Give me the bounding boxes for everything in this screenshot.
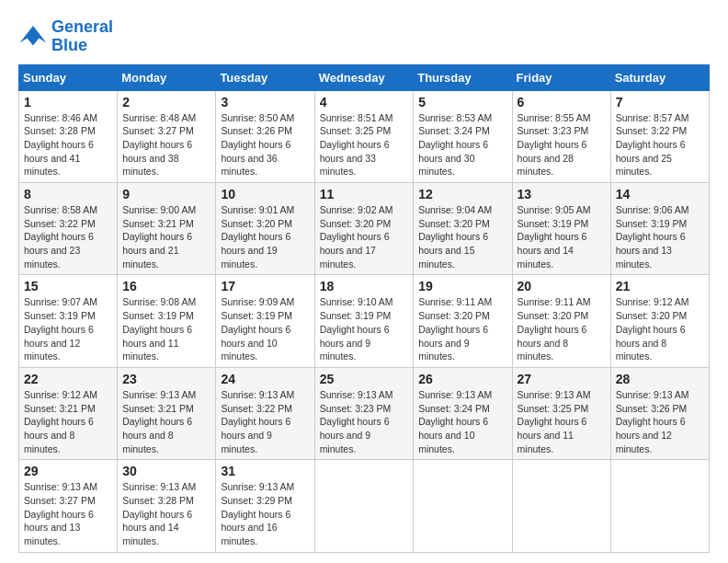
- logo-text: General Blue: [51, 18, 113, 55]
- day-number: 8: [24, 187, 112, 201]
- day-cell-26: 26 Sunrise: 9:13 AM Sunset: 3:24 PM Dayl…: [414, 367, 512, 459]
- day-cell-23: 23 Sunrise: 9:13 AM Sunset: 3:21 PM Dayl…: [118, 367, 216, 459]
- calendar-week-1: 1 Sunrise: 8:46 AM Sunset: 3:28 PM Dayli…: [19, 90, 710, 182]
- day-info: Sunrise: 9:01 AM Sunset: 3:20 PM Dayligh…: [221, 203, 309, 270]
- day-number: 9: [122, 187, 210, 201]
- day-number: 26: [418, 372, 506, 386]
- calendar: SundayMondayTuesdayWednesdayThursdayFrid…: [18, 64, 710, 553]
- day-number: 24: [221, 372, 309, 386]
- day-info: Sunrise: 9:13 AM Sunset: 3:27 PM Dayligh…: [24, 480, 112, 547]
- day-number: 23: [122, 372, 210, 386]
- day-cell-9: 9 Sunrise: 9:00 AM Sunset: 3:21 PM Dayli…: [118, 183, 216, 275]
- day-cell-5: 5 Sunrise: 8:53 AM Sunset: 3:24 PM Dayli…: [414, 90, 512, 182]
- logo-icon: [18, 22, 48, 52]
- day-info: Sunrise: 8:51 AM Sunset: 3:25 PM Dayligh…: [320, 111, 409, 178]
- day-cell-22: 22 Sunrise: 9:12 AM Sunset: 3:21 PM Dayl…: [19, 367, 118, 459]
- day-info: Sunrise: 9:02 AM Sunset: 3:20 PM Dayligh…: [320, 203, 409, 270]
- day-cell-24: 24 Sunrise: 9:13 AM Sunset: 3:22 PM Dayl…: [216, 367, 314, 459]
- day-info: Sunrise: 9:08 AM Sunset: 3:19 PM Dayligh…: [122, 295, 210, 362]
- svg-marker-0: [20, 26, 47, 46]
- day-cell-17: 17 Sunrise: 9:09 AM Sunset: 3:19 PM Dayl…: [216, 275, 314, 367]
- day-info: Sunrise: 9:00 AM Sunset: 3:21 PM Dayligh…: [122, 203, 210, 270]
- day-number: 5: [418, 95, 506, 109]
- day-cell-14: 14 Sunrise: 9:06 AM Sunset: 3:19 PM Dayl…: [610, 183, 709, 275]
- day-info: Sunrise: 9:04 AM Sunset: 3:20 PM Dayligh…: [418, 203, 506, 270]
- calendar-week-2: 8 Sunrise: 8:58 AM Sunset: 3:22 PM Dayli…: [19, 183, 710, 275]
- day-cell-28: 28 Sunrise: 9:13 AM Sunset: 3:26 PM Dayl…: [610, 367, 709, 459]
- day-info: Sunrise: 9:13 AM Sunset: 3:24 PM Dayligh…: [418, 388, 506, 455]
- day-number: 18: [320, 279, 409, 293]
- day-info: Sunrise: 8:53 AM Sunset: 3:24 PM Dayligh…: [418, 111, 506, 178]
- day-info: Sunrise: 9:13 AM Sunset: 3:21 PM Dayligh…: [122, 388, 210, 455]
- day-cell-2: 2 Sunrise: 8:48 AM Sunset: 3:27 PM Dayli…: [118, 90, 216, 182]
- day-cell-8: 8 Sunrise: 8:58 AM Sunset: 3:22 PM Dayli…: [19, 183, 118, 275]
- day-info: Sunrise: 9:12 AM Sunset: 3:20 PM Dayligh…: [616, 295, 704, 362]
- day-cell-19: 19 Sunrise: 9:11 AM Sunset: 3:20 PM Dayl…: [414, 275, 512, 367]
- calendar-col-sunday: Sunday: [19, 64, 118, 90]
- calendar-col-monday: Monday: [118, 64, 216, 90]
- calendar-col-friday: Friday: [512, 64, 610, 90]
- day-cell-11: 11 Sunrise: 9:02 AM Sunset: 3:20 PM Dayl…: [314, 183, 414, 275]
- page-header: General Blue: [18, 18, 710, 55]
- day-number: 31: [221, 464, 309, 478]
- day-info: Sunrise: 9:07 AM Sunset: 3:19 PM Dayligh…: [24, 295, 112, 362]
- day-cell-3: 3 Sunrise: 8:50 AM Sunset: 3:26 PM Dayli…: [216, 90, 314, 182]
- day-number: 22: [24, 372, 112, 386]
- day-info: Sunrise: 9:10 AM Sunset: 3:19 PM Dayligh…: [320, 295, 409, 362]
- calendar-col-thursday: Thursday: [414, 64, 512, 90]
- day-cell-18: 18 Sunrise: 9:10 AM Sunset: 3:19 PM Dayl…: [314, 275, 414, 367]
- day-number: 2: [122, 95, 210, 109]
- day-info: Sunrise: 8:48 AM Sunset: 3:27 PM Dayligh…: [122, 111, 210, 178]
- day-number: 1: [24, 95, 112, 109]
- day-number: 27: [518, 372, 606, 386]
- day-number: 13: [518, 187, 606, 201]
- day-cell-4: 4 Sunrise: 8:51 AM Sunset: 3:25 PM Dayli…: [314, 90, 414, 182]
- empty-cell: [512, 460, 610, 552]
- day-info: Sunrise: 8:58 AM Sunset: 3:22 PM Dayligh…: [24, 203, 112, 270]
- day-number: 11: [320, 187, 409, 201]
- day-cell-15: 15 Sunrise: 9:07 AM Sunset: 3:19 PM Dayl…: [19, 275, 118, 367]
- day-number: 30: [122, 464, 210, 478]
- day-info: Sunrise: 9:13 AM Sunset: 3:25 PM Dayligh…: [518, 388, 606, 455]
- day-cell-7: 7 Sunrise: 8:57 AM Sunset: 3:22 PM Dayli…: [610, 90, 709, 182]
- day-number: 16: [122, 279, 210, 293]
- calendar-col-saturday: Saturday: [610, 64, 709, 90]
- day-number: 10: [221, 187, 309, 201]
- day-info: Sunrise: 9:06 AM Sunset: 3:19 PM Dayligh…: [616, 203, 704, 270]
- day-cell-10: 10 Sunrise: 9:01 AM Sunset: 3:20 PM Dayl…: [216, 183, 314, 275]
- day-cell-16: 16 Sunrise: 9:08 AM Sunset: 3:19 PM Dayl…: [118, 275, 216, 367]
- day-cell-29: 29 Sunrise: 9:13 AM Sunset: 3:27 PM Dayl…: [19, 460, 118, 552]
- day-number: 28: [616, 372, 704, 386]
- day-cell-13: 13 Sunrise: 9:05 AM Sunset: 3:19 PM Dayl…: [512, 183, 610, 275]
- day-info: Sunrise: 8:57 AM Sunset: 3:22 PM Dayligh…: [616, 111, 704, 178]
- day-info: Sunrise: 8:55 AM Sunset: 3:23 PM Dayligh…: [518, 111, 606, 178]
- day-number: 15: [24, 279, 112, 293]
- day-info: Sunrise: 8:46 AM Sunset: 3:28 PM Dayligh…: [24, 111, 112, 178]
- day-info: Sunrise: 9:09 AM Sunset: 3:19 PM Dayligh…: [221, 295, 309, 362]
- day-info: Sunrise: 9:13 AM Sunset: 3:28 PM Dayligh…: [122, 480, 210, 547]
- empty-cell: [610, 460, 709, 552]
- day-number: 29: [24, 464, 112, 478]
- day-number: 4: [320, 95, 409, 109]
- day-number: 3: [221, 95, 309, 109]
- day-cell-27: 27 Sunrise: 9:13 AM Sunset: 3:25 PM Dayl…: [512, 367, 610, 459]
- day-number: 7: [616, 95, 704, 109]
- day-number: 25: [320, 372, 409, 386]
- day-number: 20: [518, 279, 606, 293]
- day-number: 17: [221, 279, 309, 293]
- day-number: 19: [418, 279, 506, 293]
- calendar-week-3: 15 Sunrise: 9:07 AM Sunset: 3:19 PM Dayl…: [19, 275, 710, 367]
- day-info: Sunrise: 9:11 AM Sunset: 3:20 PM Dayligh…: [518, 295, 606, 362]
- day-cell-31: 31 Sunrise: 9:13 AM Sunset: 3:29 PM Dayl…: [216, 460, 314, 552]
- day-info: Sunrise: 9:05 AM Sunset: 3:19 PM Dayligh…: [518, 203, 606, 270]
- day-number: 6: [518, 95, 606, 109]
- logo: General Blue: [18, 18, 113, 55]
- day-cell-1: 1 Sunrise: 8:46 AM Sunset: 3:28 PM Dayli…: [19, 90, 118, 182]
- calendar-week-4: 22 Sunrise: 9:12 AM Sunset: 3:21 PM Dayl…: [19, 367, 710, 459]
- day-info: Sunrise: 9:13 AM Sunset: 3:22 PM Dayligh…: [221, 388, 309, 455]
- day-cell-12: 12 Sunrise: 9:04 AM Sunset: 3:20 PM Dayl…: [414, 183, 512, 275]
- day-cell-30: 30 Sunrise: 9:13 AM Sunset: 3:28 PM Dayl…: [118, 460, 216, 552]
- day-info: Sunrise: 9:13 AM Sunset: 3:26 PM Dayligh…: [616, 388, 704, 455]
- day-cell-6: 6 Sunrise: 8:55 AM Sunset: 3:23 PM Dayli…: [512, 90, 610, 182]
- day-cell-20: 20 Sunrise: 9:11 AM Sunset: 3:20 PM Dayl…: [512, 275, 610, 367]
